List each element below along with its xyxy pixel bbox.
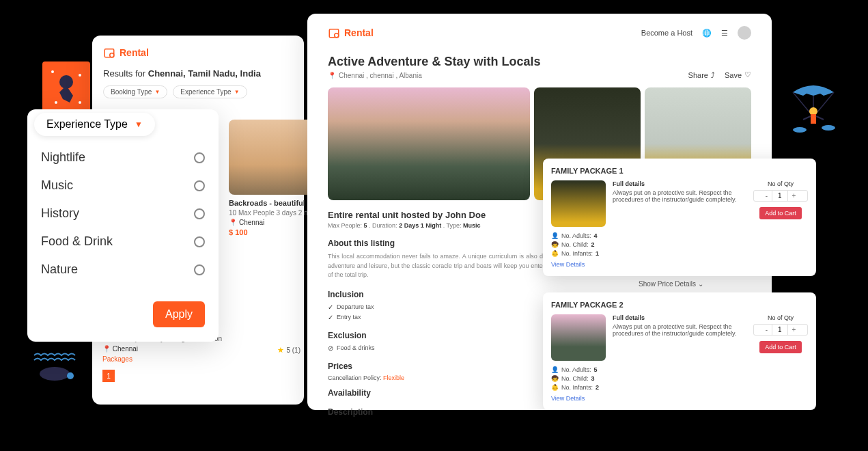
svg-point-7: [67, 372, 74, 379]
svg-point-4: [55, 101, 57, 104]
qty-stepper: - 1 +: [753, 324, 808, 336]
full-details-text: Always put on a protective suit. Respect…: [613, 189, 746, 203]
check-icon: ✓: [328, 314, 333, 321]
booking-type-chip[interactable]: Booking Type▼: [103, 85, 167, 98]
caret-down-icon: ▼: [234, 89, 240, 95]
listing-location: 📍 Chennai: [102, 345, 300, 353]
brand-logo[interactable]: Rental: [328, 27, 374, 39]
infants-stat: 👶No. Infants: 2: [551, 384, 808, 391]
gallery-main-image[interactable]: [328, 87, 530, 200]
diving-decor-icon: [31, 352, 82, 386]
star-icon: ★: [277, 346, 284, 355]
qty-value: 1: [772, 325, 788, 335]
cross-icon: ⊘: [328, 344, 333, 352]
experience-type-chip[interactable]: Experience Type▼: [173, 85, 247, 98]
qty-decrease[interactable]: -: [761, 325, 772, 335]
svg-point-5: [79, 101, 81, 104]
paragliding-decor-icon: [786, 79, 841, 140]
svg-rect-9: [811, 114, 816, 124]
dropdown-option-food-drink[interactable]: Food & Drink: [41, 228, 205, 256]
pin-icon: 📍: [229, 219, 237, 226]
radio-icon: [194, 264, 205, 275]
full-details-title: Full details: [613, 180, 746, 187]
listing-rating: ★5 (1): [277, 346, 300, 355]
availability-title: Availability: [328, 388, 371, 398]
show-price-details-link[interactable]: Show Price Details ⌄: [639, 280, 703, 288]
child-stat: 🧒No. Child: 2: [551, 241, 808, 248]
adults-stat: 👤No. Adults: 5: [551, 366, 808, 373]
package-card-1: FAMILY PACKAGE 1 Full details Always put…: [543, 159, 816, 276]
globe-icon[interactable]: 🌐: [702, 29, 712, 38]
qty-increase[interactable]: +: [788, 191, 800, 201]
child-stat: 🧒No. Child: 3: [551, 375, 808, 382]
package-name: FAMILY PACKAGE 2: [551, 301, 808, 309]
infant-icon: 👶: [551, 250, 559, 257]
infants-stat: 👶No. Infants: 1: [551, 250, 808, 257]
qty-increase[interactable]: +: [788, 325, 800, 335]
filter-chips-row: Booking Type▼ Experience Type▼: [103, 85, 293, 98]
listing-packages-link[interactable]: Packages: [102, 355, 300, 363]
share-button[interactable]: Share ⤴: [688, 70, 715, 79]
svg-point-11: [822, 125, 835, 131]
share-icon: ⤴: [711, 71, 715, 79]
person-icon: 👤: [551, 366, 559, 373]
person-icon: 👤: [551, 232, 559, 239]
svg-point-10: [793, 127, 807, 133]
package-image: [551, 180, 606, 227]
save-button[interactable]: Save ♡: [725, 70, 751, 79]
radio-icon: [194, 152, 205, 163]
qty-label: No of Qty: [753, 314, 808, 321]
package-image: [551, 314, 606, 361]
child-icon: 🧒: [551, 375, 559, 382]
listing-result-partial: 5 Max People 3 Days 2 Nights Duration 📍 …: [102, 335, 300, 382]
brand-name: Rental: [120, 47, 149, 58]
pin-icon: 📍: [328, 72, 336, 79]
full-details-title: Full details: [613, 314, 746, 321]
apply-button[interactable]: Apply: [153, 301, 205, 327]
menu-icon[interactable]: ☰: [721, 29, 728, 38]
calendar-icon: [328, 27, 340, 39]
avatar-icon[interactable]: [738, 26, 751, 40]
pagination-page-1[interactable]: 1: [102, 370, 115, 382]
radio-icon: [194, 180, 205, 191]
dropdown-option-history[interactable]: History: [41, 200, 205, 228]
full-details-text: Always put on a protective suit. Respect…: [613, 323, 746, 337]
qty-label: No of Qty: [753, 180, 808, 187]
add-to-cart-button[interactable]: Add to Cart: [759, 341, 802, 353]
adults-stat: 👤No. Adults: 4: [551, 232, 808, 239]
view-details-link[interactable]: View Details: [551, 261, 808, 268]
svg-point-2: [51, 70, 54, 73]
experience-dropdown-panel: Nightlife Music History Food & Drink Nat…: [27, 109, 219, 342]
dropdown-option-music[interactable]: Music: [41, 172, 205, 200]
results-heading: Results for Chennai, Tamil Nadu, India: [103, 68, 293, 79]
view-details-link[interactable]: View Details: [551, 395, 808, 402]
caret-down-icon: ▼: [154, 89, 160, 95]
radio-icon: [194, 208, 205, 219]
qty-decrease[interactable]: -: [761, 191, 772, 201]
svg-point-6: [40, 367, 70, 381]
listing-location: 📍Chennai , chennai , Albania: [328, 72, 540, 79]
chevron-down-icon: ⌄: [698, 280, 703, 288]
package-name: FAMILY PACKAGE 1: [551, 167, 808, 175]
check-icon: ✓: [328, 303, 333, 311]
svg-point-3: [79, 74, 81, 77]
radio-icon: [194, 236, 205, 247]
experience-type-selector[interactable]: Experience Type ▼: [34, 113, 155, 136]
package-card-2: FAMILY PACKAGE 2 Full details Always put…: [543, 292, 816, 410]
svg-point-15: [335, 33, 339, 38]
listing-title: Active Adventure & Stay with Locals: [328, 55, 540, 69]
svg-point-13: [110, 53, 114, 57]
add-to-cart-button[interactable]: Add to Cart: [759, 207, 802, 219]
heart-icon: ♡: [744, 70, 751, 79]
climbing-decor-icon: [42, 62, 90, 113]
qty-stepper: - 1 +: [753, 190, 808, 202]
become-host-link[interactable]: Become a Host: [641, 29, 692, 37]
caret-down-icon: ▼: [135, 120, 143, 129]
brand-logo[interactable]: Rental: [103, 46, 293, 59]
child-icon: 🧒: [551, 241, 559, 248]
dropdown-option-nightlife[interactable]: Nightlife: [41, 144, 205, 172]
infant-icon: 👶: [551, 384, 559, 391]
dropdown-option-nature[interactable]: Nature: [41, 256, 205, 284]
detail-header: Rental Become a Host 🌐 ☰: [328, 26, 751, 40]
qty-value: 1: [772, 191, 788, 201]
